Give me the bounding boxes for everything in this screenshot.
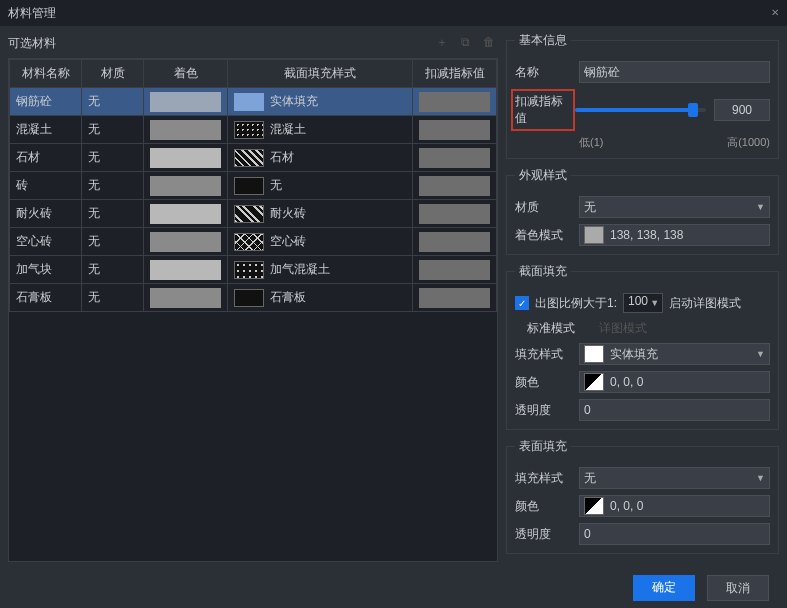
colormode-label: 着色模式 <box>515 227 579 244</box>
cell-swatch[interactable] <box>144 172 228 200</box>
close-icon[interactable]: ✕ <box>771 0 779 26</box>
cell-fill[interactable]: 石膏板 <box>228 284 413 312</box>
surface-fieldset: 表面填充 填充样式 无▼ 颜色 0, 0, 0 透明度 <box>506 438 779 554</box>
materials-label: 可选材料 <box>8 35 56 52</box>
cell-reduce[interactable] <box>413 200 497 228</box>
table-row[interactable]: 加气块无加气混凝土 <box>10 256 497 284</box>
surf-color-value[interactable]: 0, 0, 0 <box>579 495 770 517</box>
table-row[interactable]: 混凝土无混凝土 <box>10 116 497 144</box>
sec-opacity-input[interactable] <box>579 399 770 421</box>
cell-mat: 无 <box>82 284 144 312</box>
cell-reduce[interactable] <box>413 172 497 200</box>
basic-fieldset: 基本信息 名称 扣减指标值 900 低(1) 高(1000) <box>506 32 779 159</box>
cell-fill[interactable]: 混凝土 <box>228 116 413 144</box>
ratio-suffix: 启动详图模式 <box>669 295 741 312</box>
sec-fill-select[interactable]: 实体填充 ▼ <box>579 343 770 365</box>
fill-swatch-icon <box>584 345 604 363</box>
pattern-icon <box>234 93 264 111</box>
appearance-legend: 外观样式 <box>515 167 571 184</box>
reduce-label: 扣减指标值 <box>511 89 575 131</box>
cell-reduce[interactable] <box>413 144 497 172</box>
cell-mat: 无 <box>82 88 144 116</box>
cell-reduce[interactable] <box>413 228 497 256</box>
pattern-icon <box>234 233 264 251</box>
cell-fill[interactable]: 无 <box>228 172 413 200</box>
cell-name: 石膏板 <box>10 284 82 312</box>
pattern-icon <box>234 121 264 139</box>
window-title: 材料管理 <box>8 0 56 26</box>
table-row[interactable]: 砖无无 <box>10 172 497 200</box>
reduce-slider[interactable] <box>575 108 706 112</box>
reduce-value[interactable]: 900 <box>714 99 770 121</box>
tab-detail: 详图模式 <box>599 320 647 337</box>
cell-fill[interactable]: 实体填充 <box>228 88 413 116</box>
pattern-icon <box>234 289 264 307</box>
surf-fill-label: 填充样式 <box>515 470 579 487</box>
cancel-button[interactable]: 取消 <box>707 575 769 601</box>
table-row[interactable]: 石膏板无石膏板 <box>10 284 497 312</box>
sec-color-value[interactable]: 0, 0, 0 <box>579 371 770 393</box>
color-swatch-icon <box>584 373 604 391</box>
basic-legend: 基本信息 <box>515 32 571 49</box>
copy-icon[interactable]: ⧉ <box>457 35 475 53</box>
table-row[interactable]: 石材无石材 <box>10 144 497 172</box>
mat-label: 材质 <box>515 199 579 216</box>
cell-mat: 无 <box>82 172 144 200</box>
col-header: 截面填充样式 <box>228 60 413 88</box>
cell-reduce[interactable] <box>413 116 497 144</box>
surf-opacity-label: 透明度 <box>515 526 579 543</box>
surface-legend: 表面填充 <box>515 438 571 455</box>
table-row[interactable]: 空心砖无空心砖 <box>10 228 497 256</box>
pattern-icon <box>234 261 264 279</box>
col-header: 扣减指标值 <box>413 60 497 88</box>
cell-swatch[interactable] <box>144 144 228 172</box>
cell-reduce[interactable] <box>413 256 497 284</box>
surf-fill-select[interactable]: 无▼ <box>579 467 770 489</box>
slider-low: 低(1) <box>579 135 603 150</box>
cell-swatch[interactable] <box>144 256 228 284</box>
cell-name: 耐火砖 <box>10 200 82 228</box>
cell-name: 石材 <box>10 144 82 172</box>
sec-color-label: 颜色 <box>515 374 579 391</box>
cell-name: 空心砖 <box>10 228 82 256</box>
appearance-fieldset: 外观样式 材质 无▼ 着色模式 138, 138, 138 <box>506 167 779 255</box>
tab-standard[interactable]: 标准模式 <box>527 320 575 337</box>
cell-mat: 无 <box>82 144 144 172</box>
cell-swatch[interactable] <box>144 88 228 116</box>
materials-table: 材料名称材质着色截面填充样式扣减指标值 钢筋砼无实体填充混凝土无混凝土石材无石材… <box>8 58 498 562</box>
cell-fill[interactable]: 加气混凝土 <box>228 256 413 284</box>
col-header: 着色 <box>144 60 228 88</box>
cell-mat: 无 <box>82 228 144 256</box>
cell-reduce[interactable] <box>413 88 497 116</box>
cell-fill[interactable]: 耐火砖 <box>228 200 413 228</box>
sec-fill-label: 填充样式 <box>515 346 579 363</box>
colormode-value[interactable]: 138, 138, 138 <box>579 224 770 246</box>
delete-icon[interactable]: 🗑 <box>480 35 498 53</box>
ratio-checkbox[interactable] <box>515 296 529 310</box>
cell-fill[interactable]: 空心砖 <box>228 228 413 256</box>
table-row[interactable]: 钢筋砼无实体填充 <box>10 88 497 116</box>
color-swatch-icon <box>584 497 604 515</box>
cell-name: 钢筋砼 <box>10 88 82 116</box>
cell-mat: 无 <box>82 200 144 228</box>
cell-swatch[interactable] <box>144 284 228 312</box>
pattern-icon <box>234 205 264 223</box>
cell-swatch[interactable] <box>144 228 228 256</box>
cell-mat: 无 <box>82 116 144 144</box>
col-header: 材质 <box>82 60 144 88</box>
ok-button[interactable]: 确定 <box>633 575 695 601</box>
cell-name: 加气块 <box>10 256 82 284</box>
cell-fill[interactable]: 石材 <box>228 144 413 172</box>
mat-select[interactable]: 无▼ <box>579 196 770 218</box>
name-input[interactable] <box>579 61 770 83</box>
cell-swatch[interactable] <box>144 116 228 144</box>
slider-high: 高(1000) <box>727 135 770 150</box>
table-row[interactable]: 耐火砖无耐火砖 <box>10 200 497 228</box>
surf-opacity-input[interactable] <box>579 523 770 545</box>
name-label: 名称 <box>515 64 579 81</box>
cell-name: 混凝土 <box>10 116 82 144</box>
cell-reduce[interactable] <box>413 284 497 312</box>
cell-swatch[interactable] <box>144 200 228 228</box>
ratio-select[interactable]: 100▼ <box>623 293 663 313</box>
add-icon[interactable]: ＋ <box>433 34 451 52</box>
